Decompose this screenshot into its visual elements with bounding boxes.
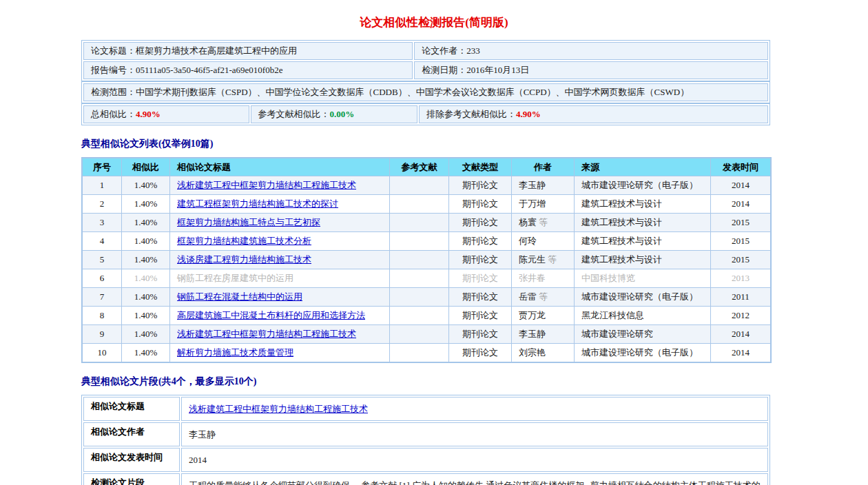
scope-value: 中国学术期刊数据库（CSPD）、中国学位论文全文数据库（CDDB）、中国学术会议… bbox=[136, 87, 689, 97]
cell-title: 浅析建筑工程中框架剪力墙结构工程施工技术 bbox=[170, 325, 389, 343]
cell-no: 3 bbox=[83, 214, 121, 231]
paper-title-link[interactable]: 浅析建筑工程中框架剪力墙结构工程施工技术 bbox=[177, 180, 356, 190]
cell-no: 10 bbox=[83, 344, 121, 362]
fragment-section-heading: 典型相似论文片段(共4个，最多显示10个) bbox=[81, 375, 770, 388]
paper-title-link[interactable]: 框架剪力墙结构施工特点与工艺初探 bbox=[177, 217, 320, 227]
cell-source: 城市建设理论研究 bbox=[575, 325, 710, 343]
column-header-type: 文献类型 bbox=[449, 158, 511, 176]
ref-ratio-value: 0.00% bbox=[330, 109, 355, 119]
cell-title: 浅谈房建工程剪力墙结构施工技术 bbox=[170, 251, 389, 269]
cell-year: 2015 bbox=[711, 232, 770, 250]
excl-ref-ratio-cell: 排除参考文献相似比：4.90% bbox=[419, 105, 768, 123]
column-header-title: 相似论文标题 bbox=[170, 158, 389, 176]
etal-suffix: 等 bbox=[537, 217, 548, 227]
table-row: 21.40%建筑工程框架剪力墙结构施工技术的探讨期刊论文于万增建筑工程技术与设计… bbox=[83, 195, 770, 213]
cell-ratio: 1.40% bbox=[122, 344, 169, 362]
paper-title-link[interactable]: 解析剪力墙施工技术质量管理 bbox=[177, 347, 293, 358]
cell-type: 期刊论文 bbox=[449, 195, 511, 213]
fragment-author-label: 相似论文作者 bbox=[83, 422, 180, 446]
report-no-value: 05111a05-3a50-46f5-af21-a69e010f0b2e bbox=[136, 65, 282, 75]
column-header-year: 发表时间 bbox=[711, 158, 770, 176]
paper-title-link[interactable]: 钢筋工程在混凝土结构中的运用 bbox=[177, 291, 302, 302]
cell-author: 陈元生 等 bbox=[512, 251, 574, 269]
scope-label: 检测范围： bbox=[91, 87, 136, 97]
info-row-title-author: 论文标题：框架剪力墙技术在高层建筑工程中的应用 论文作者：233 bbox=[83, 42, 768, 60]
cell-author: 张井春 bbox=[512, 269, 574, 287]
paper-title-link[interactable]: 框架剪力墙结构建筑施工技术分析 bbox=[177, 236, 311, 246]
cell-title: 钢筋工程在房屋建筑中的运用 bbox=[170, 269, 389, 287]
cell-type: 期刊论文 bbox=[449, 251, 511, 269]
fragment-title-label: 相似论文标题 bbox=[83, 397, 180, 421]
cell-ratio: 1.40% bbox=[122, 176, 169, 194]
cell-no: 7 bbox=[83, 288, 121, 306]
cell-no: 6 bbox=[83, 269, 121, 287]
paper-title-value: 框架剪力墙技术在高层建筑工程中的应用 bbox=[136, 45, 297, 56]
cell-ratio: 1.40% bbox=[122, 195, 169, 213]
report-content: 论文标题：框架剪力墙技术在高层建筑工程中的应用 论文作者：233 报告编号：05… bbox=[81, 40, 770, 485]
cell-ratio: 1.40% bbox=[122, 251, 169, 269]
cell-year: 2014 bbox=[711, 195, 770, 213]
paper-title-link[interactable]: 高层建筑施工中混凝土布料杆的应用和选择方法 bbox=[177, 310, 365, 320]
cell-source: 城市建设理论研究（电子版） bbox=[575, 288, 710, 306]
paper-title-link[interactable]: 建筑工程框架剪力墙结构施工技术的探讨 bbox=[177, 198, 338, 209]
cell-title: 框架剪力墙结构施工特点与工艺初探 bbox=[170, 214, 389, 231]
info-row-no-date: 报告编号：05111a05-3a50-46f5-af21-a69e010f0b2… bbox=[83, 61, 768, 79]
cell-ratio: 1.40% bbox=[122, 288, 169, 306]
cell-ref bbox=[390, 307, 448, 324]
cell-author: 何玲 bbox=[512, 232, 574, 250]
cell-ratio: 1.40% bbox=[122, 269, 169, 287]
cell-ratio: 1.40% bbox=[122, 325, 169, 343]
cell-author: 于万增 bbox=[512, 195, 574, 213]
column-header-author: 作者 bbox=[512, 158, 574, 176]
cell-year: 2015 bbox=[711, 214, 770, 231]
fragment-year-value: 2014 bbox=[181, 448, 768, 472]
cell-source: 建筑工程技术与设计 bbox=[575, 195, 710, 213]
similar-papers-tbody: 11.40%浅析建筑工程中框架剪力墙结构工程施工技术期刊论文李玉静城市建设理论研… bbox=[83, 176, 770, 362]
cell-source: 城市建设理论研究（电子版） bbox=[575, 344, 710, 362]
cell-ref bbox=[390, 195, 448, 213]
fragment-paper-title-link[interactable]: 浅析建筑工程中框架剪力墙结构工程施工技术 bbox=[189, 404, 368, 414]
table-row: 81.40%高层建筑施工中混凝土布料杆的应用和选择方法期刊论文贾万龙黑龙江科技信… bbox=[83, 307, 770, 324]
column-header-source: 来源 bbox=[575, 158, 710, 176]
cell-year: 2014 bbox=[711, 325, 770, 343]
cell-source: 建筑工程技术与设计 bbox=[575, 251, 710, 269]
cell-source: 建筑工程技术与设计 bbox=[575, 214, 710, 231]
table-row: 71.40%钢筋工程在混凝土结构中的运用期刊论文岳雷 等城市建设理论研究（电子版… bbox=[83, 288, 770, 306]
cell-title: 建筑工程框架剪力墙结构施工技术的探讨 bbox=[170, 195, 389, 213]
excl-ref-ratio-label: 排除参考文献相似比： bbox=[426, 109, 516, 119]
table-row: 51.40%浅谈房建工程剪力墙结构施工技术期刊论文陈元生 等建筑工程技术与设计2… bbox=[83, 251, 770, 269]
cell-title: 框架剪力墙结构建筑施工技术分析 bbox=[170, 232, 389, 250]
cell-author: 刘宗艳 bbox=[512, 344, 574, 362]
cell-no: 2 bbox=[83, 195, 121, 213]
paper-author-cell: 论文作者：233 bbox=[414, 42, 768, 60]
cell-title: 高层建筑施工中混凝土布料杆的应用和选择方法 bbox=[170, 307, 389, 324]
paper-title-link[interactable]: 浅谈房建工程剪力墙结构施工技术 bbox=[177, 254, 311, 265]
paper-title-link[interactable]: 浅析建筑工程中框架剪力墙结构工程施工技术 bbox=[177, 329, 356, 339]
column-header-no: 序号 bbox=[83, 158, 121, 176]
cell-type: 期刊论文 bbox=[449, 288, 511, 306]
etal-suffix: 等 bbox=[546, 254, 557, 265]
paper-title-label: 论文标题： bbox=[91, 45, 136, 56]
cell-source: 黑龙江科技信息 bbox=[575, 307, 710, 324]
paper-author-value: 233 bbox=[466, 45, 480, 56]
cell-title: 解析剪力墙施工技术质量管理 bbox=[170, 344, 389, 362]
cell-source: 中国科技博览 bbox=[575, 269, 710, 287]
cell-title: 浅析建筑工程中框架剪力墙结构工程施工技术 bbox=[170, 176, 389, 194]
detected-fragment-text: 工程的质量能够从各个细节部分得到确保。 参考文献 [1] 广为人知的赖传先.通过… bbox=[181, 473, 768, 485]
fragment-table: 相似论文标题 浅析建筑工程中框架剪力墙结构工程施工技术 相似论文作者 李玉静 相… bbox=[81, 395, 770, 485]
scope-cell: 检测范围：中国学术期刊数据库（CSPD）、中国学位论文全文数据库（CDDB）、中… bbox=[83, 83, 768, 101]
total-ratio-cell: 总相似比：4.90% bbox=[83, 105, 249, 123]
cell-ref bbox=[390, 325, 448, 343]
cell-author: 李玉静 bbox=[512, 325, 574, 343]
cell-ref bbox=[390, 176, 448, 194]
similar-list-heading: 典型相似论文列表(仅举例10篇) bbox=[81, 138, 770, 150]
fragment-title-cell: 浅析建筑工程中框架剪力墙结构工程施工技术 bbox=[181, 397, 768, 421]
page-title: 论文相似性检测报告(简明版) bbox=[0, 0, 868, 30]
cell-ref bbox=[390, 214, 448, 231]
report-no-label: 报告编号： bbox=[91, 65, 136, 75]
cell-author: 岳雷 等 bbox=[512, 288, 574, 306]
cell-type: 期刊论文 bbox=[449, 325, 511, 343]
cell-no: 5 bbox=[83, 251, 121, 269]
cell-type: 期刊论文 bbox=[449, 307, 511, 324]
column-header-ratio: 相似比 bbox=[122, 158, 169, 176]
